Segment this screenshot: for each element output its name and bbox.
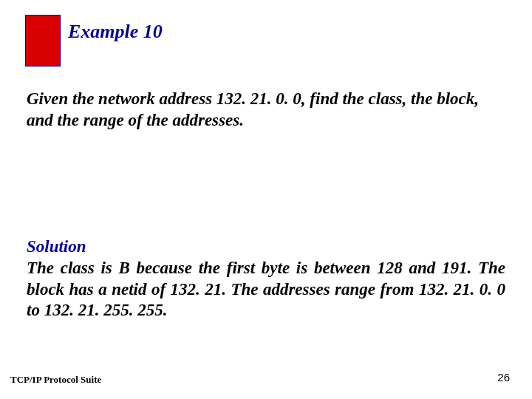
footer-source: TCP/IP Protocol Suite <box>10 374 101 386</box>
question-text: Given the network address 132. 21. 0. 0,… <box>27 89 505 132</box>
example-title: Example 10 <box>68 21 163 43</box>
title-number: 10 <box>143 21 163 42</box>
slide: Example 10 Given the network address 132… <box>0 0 532 399</box>
solution-block: Solution The class is B because the firs… <box>27 236 505 321</box>
solution-label: Solution <box>27 236 505 258</box>
solution-body: The class is B because the first byte is… <box>27 258 505 321</box>
title-label: Example <box>68 21 138 42</box>
accent-box <box>25 15 61 66</box>
page-number: 26 <box>497 371 510 383</box>
